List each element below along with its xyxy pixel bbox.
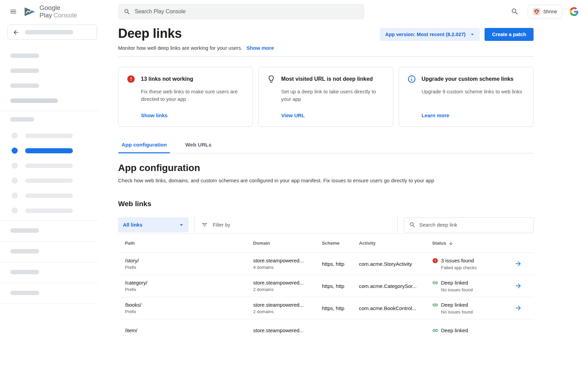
row-path: /story/ — [125, 258, 246, 263]
skeleton-bar — [10, 53, 39, 58]
card-body: Set up a deep link to take users directl… — [281, 88, 385, 103]
sidebar-nav — [0, 133, 99, 214]
skeleton-bar — [25, 209, 73, 213]
tab-app-configuration[interactable]: App configuration — [118, 142, 170, 153]
app-switcher-label: Shrine — [543, 9, 557, 14]
nav-item-icon — [12, 148, 18, 154]
global-search-icon[interactable] — [511, 7, 519, 16]
app-switcher[interactable]: Shrine — [528, 5, 562, 18]
sidebar-nav-item[interactable] — [0, 208, 99, 214]
filter-icon — [201, 221, 208, 228]
arrow-forward-icon — [514, 304, 522, 312]
deep-link-search-box[interactable] — [404, 217, 534, 232]
play-console-logo[interactable]: Google PlayConsole — [24, 4, 99, 19]
sidebar-skeleton-row — [0, 262, 99, 283]
card-title: Upgrade your custom scheme links — [422, 76, 513, 82]
table-row[interactable]: /story/ Prefix store.steampowered... 4 d… — [118, 253, 534, 275]
sidebar-divider — [0, 111, 99, 111]
shrine-app-icon — [533, 8, 540, 15]
sidebar-skeleton-row — [0, 221, 99, 241]
table-row[interactable]: /item/ store.steampowered... Deep linked — [118, 319, 534, 341]
card-header: 13 links not working — [127, 75, 244, 83]
skeleton-bar — [10, 228, 39, 233]
skeleton-bar — [10, 249, 39, 254]
section-description: Check how web links, domains, and custom… — [118, 178, 534, 183]
search-icon — [409, 221, 416, 228]
console-search-input[interactable] — [135, 9, 359, 15]
section-title: App configuration — [118, 162, 534, 173]
table-row[interactable]: /category/ Prefix store.steampowered... … — [118, 275, 534, 297]
column-header-scheme[interactable]: Scheme — [315, 241, 352, 246]
row-path-type: Prefix — [125, 309, 246, 314]
learn-more-link[interactable]: Learn more — [422, 112, 525, 118]
view-url-link[interactable]: View URL — [281, 112, 385, 118]
filter-by-label: Filter by — [213, 222, 230, 228]
card-title: 13 links not working — [141, 76, 193, 82]
column-header-status[interactable]: Status — [432, 241, 508, 246]
row-path-type: Prefix — [125, 287, 246, 292]
card-body: Fix these web links to make sure users a… — [141, 88, 244, 103]
card-header: Most visited URL is not deep linked — [267, 75, 385, 83]
skeleton-bar — [25, 164, 73, 168]
filter-by-button[interactable]: Filter by — [201, 221, 391, 228]
card-header: Upgrade your custom scheme links — [407, 75, 525, 83]
row-open-button[interactable] — [508, 282, 534, 290]
deep-link-search-input[interactable] — [419, 222, 528, 228]
sort-descending-icon — [448, 241, 454, 246]
nav-item-icon — [12, 133, 18, 139]
row-scheme: https, http — [315, 261, 352, 267]
card-most-visited-url: Most visited URL is not deep linked Set … — [258, 67, 393, 127]
sidebar-back-selector[interactable] — [7, 25, 97, 40]
web-links-title: Web links — [118, 200, 534, 208]
table-row[interactable]: /books/ Prefix store.steampowered... 2 d… — [118, 297, 534, 319]
skeleton-bar — [25, 148, 73, 153]
app-version-dropdown[interactable]: App version: Most recent (8.2.027) — [380, 28, 480, 41]
status-column-label: Status — [432, 241, 446, 246]
skeleton-bar — [10, 83, 39, 88]
sidebar-nav-item[interactable] — [0, 163, 99, 169]
row-domain-count: 4 domains — [253, 265, 315, 270]
back-arrow-icon[interactable] — [13, 29, 19, 36]
card-title: Most visited URL is not deep linked — [281, 76, 373, 82]
create-patch-button[interactable]: Create a patch — [485, 28, 534, 41]
info-icon — [407, 75, 416, 83]
row-open-button[interactable] — [508, 304, 534, 312]
sidebar-header: Google PlayConsole — [0, 0, 99, 23]
sidebar-nav-item[interactable] — [0, 193, 99, 199]
arrow-forward-icon — [514, 260, 522, 267]
sidebar-nav-item[interactable] — [0, 178, 99, 184]
row-domain-count: 2 domains — [253, 287, 315, 292]
show-links-link[interactable]: Show links — [141, 112, 244, 118]
page-title: Deep links — [118, 25, 274, 42]
show-more-link[interactable]: Show more — [246, 45, 274, 51]
play-console-logo-icon — [24, 7, 37, 17]
menu-icon[interactable] — [10, 8, 17, 15]
row-status-detail: Failed app checks — [441, 265, 508, 270]
row-activity: com.acme.StoryActivity — [352, 261, 425, 267]
row-open-button[interactable] — [508, 260, 534, 267]
row-path: /category/ — [125, 280, 246, 286]
row-status: Deep linked — [441, 327, 468, 333]
page-subtitle: Monitor how well deep links are working … — [118, 45, 274, 51]
row-path-type: Prefix — [125, 265, 246, 270]
column-header-path[interactable]: Path — [118, 241, 246, 246]
sidebar-nav-item[interactable] — [0, 133, 99, 139]
page-actions: App version: Most recent (8.2.027) Creat… — [380, 28, 534, 41]
sidebar-nav-item-active[interactable] — [0, 148, 99, 154]
skeleton-bar — [10, 68, 39, 73]
row-status: 3 issues found — [441, 258, 474, 263]
skeleton-bar — [25, 194, 73, 198]
console-search-bar[interactable] — [118, 4, 364, 19]
insight-cards: 13 links not working Fix these web links… — [118, 67, 534, 127]
card-body: Upgrade 9 custom scheme links to web lin… — [422, 88, 525, 95]
tab-web-urls[interactable]: Web URLs — [182, 142, 215, 153]
google-account-logo[interactable] — [570, 7, 578, 16]
column-header-domain[interactable]: Domain — [246, 241, 315, 246]
row-activity: com.acme.CategorySor... — [352, 283, 425, 289]
main-area: Shrine Deep links Monitor how well deep … — [99, 0, 588, 368]
card-links-not-working: 13 links not working Fix these web links… — [118, 67, 253, 127]
row-path: /item/ — [125, 327, 246, 333]
links-filter-dropdown[interactable]: All links — [118, 217, 189, 232]
column-header-activity[interactable]: Activity — [352, 241, 425, 246]
nav-item-icon — [12, 163, 18, 169]
